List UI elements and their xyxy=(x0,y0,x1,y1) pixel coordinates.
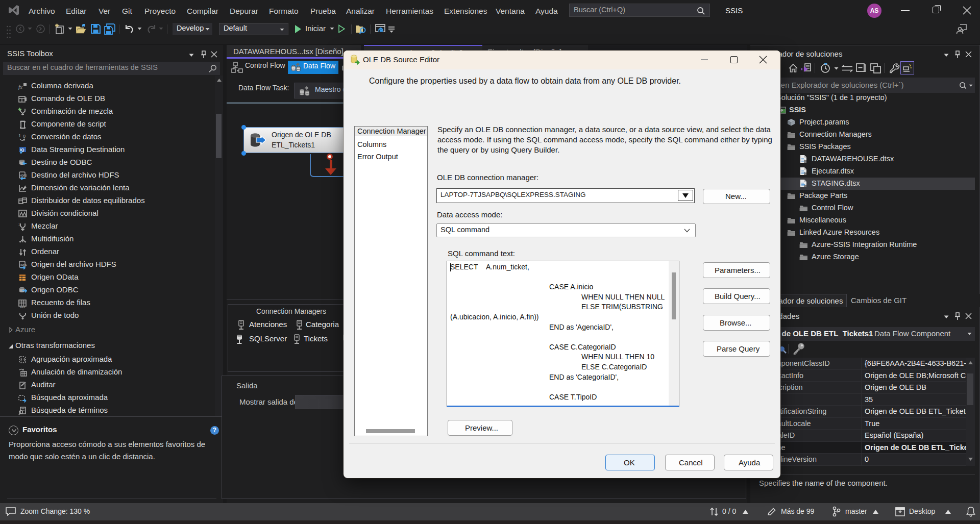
svg-text:HDFS: HDFS xyxy=(20,263,27,266)
svg-text:HDFS: HDFS xyxy=(20,174,27,177)
svg-text:123: 123 xyxy=(20,305,26,308)
svg-text:IQ: IQ xyxy=(20,147,24,152)
svg-text:fx: fx xyxy=(18,84,22,90)
svg-text:0: 0 xyxy=(23,134,26,139)
svg-text:1: 1 xyxy=(18,133,21,138)
